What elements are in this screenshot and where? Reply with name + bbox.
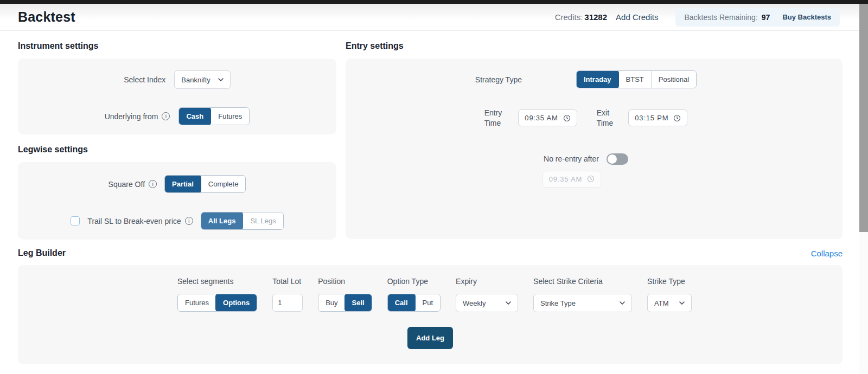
- expiry-label: Expiry: [456, 277, 518, 286]
- strategy-type-toggle: Intraday BTST Positional: [576, 70, 697, 88]
- collapse-link[interactable]: Collapse: [811, 249, 843, 258]
- clock-icon: [587, 175, 595, 183]
- backtests-remaining-label: Backtests Remaining:: [684, 13, 757, 22]
- option-type-group: Option Type Call Put: [387, 277, 441, 312]
- strategy-type-row: Strategy Type Intraday BTST Positional: [346, 70, 826, 88]
- legwise-settings-heading: Legwise settings: [18, 145, 336, 154]
- buy-backtests-link[interactable]: Buy Backtests: [782, 13, 831, 21]
- square-off-row: Square Off i Partial Complete: [18, 175, 336, 193]
- index-select-value: Banknifty: [181, 76, 210, 84]
- strategy-option-intraday[interactable]: Intraday: [576, 70, 619, 88]
- instrument-settings-heading: Instrument settings: [18, 41, 336, 51]
- entry-time-label: Entry Time: [484, 108, 502, 128]
- vertical-scrollbar[interactable]: [859, 4, 868, 374]
- expiry-select-value: Weekly: [463, 299, 486, 307]
- chevron-down-icon: [620, 301, 625, 305]
- leg-builder-panel: Select segments Futures Options Total Lo…: [18, 265, 843, 364]
- position-group: Position Buy Sell: [318, 277, 372, 312]
- clock-icon: [673, 114, 681, 122]
- select-segments-label: Select segments: [177, 277, 257, 286]
- exit-time-label: Exit Time: [597, 108, 614, 128]
- option-type-toggle: Call Put: [387, 294, 441, 312]
- switch-knob: [608, 154, 617, 164]
- top-window-bar: [0, 0, 868, 4]
- strike-type-select-value: ATM: [654, 299, 668, 307]
- strategy-option-positional[interactable]: Positional: [651, 71, 696, 88]
- segments-option-futures[interactable]: Futures: [178, 294, 216, 311]
- square-off-toggle: Partial Complete: [164, 175, 246, 193]
- strike-criteria-group: Select Strike Criteria Strike Type: [533, 277, 632, 312]
- chevron-down-icon: [679, 301, 685, 305]
- strike-criteria-select-value: Strike Type: [540, 299, 576, 307]
- no-reentry-label: No re-entry after: [544, 154, 599, 163]
- trail-sl-checkbox[interactable]: [71, 216, 80, 225]
- entry-exit-time-row: Entry Time 09:35 AM Exit Time: [346, 108, 826, 128]
- index-select[interactable]: Banknifty: [174, 70, 230, 89]
- underlying-option-cash[interactable]: Cash: [178, 107, 211, 125]
- no-reentry-switch[interactable]: [607, 153, 628, 165]
- strategy-type-label: Strategy Type: [475, 75, 522, 84]
- scrollbar-thumb[interactable]: [859, 4, 868, 232]
- info-icon[interactable]: i: [149, 180, 157, 188]
- info-icon[interactable]: i: [162, 112, 170, 120]
- credits-value: 31282: [584, 12, 607, 22]
- strike-criteria-select[interactable]: Strike Type: [533, 294, 632, 312]
- position-option-sell[interactable]: Sell: [344, 294, 372, 312]
- total-lot-group: Total Lot: [272, 277, 303, 312]
- option-type-call[interactable]: Call: [387, 294, 416, 312]
- clock-icon: [563, 114, 571, 122]
- leg-builder-heading: Leg Builder: [18, 248, 66, 258]
- trail-sl-row: Trail SL to Break-even price i All Legs …: [18, 212, 336, 230]
- entry-settings-heading: Entry settings: [346, 41, 843, 51]
- reentry-time-value: 09:35 AM: [549, 175, 582, 183]
- add-credits-link[interactable]: Add Credits: [616, 12, 658, 22]
- add-leg-row: Add Leg: [18, 327, 843, 349]
- backtests-remaining-box: Backtests Remaining: 97 Buy Backtests: [675, 8, 840, 27]
- segments-option-options[interactable]: Options: [215, 294, 257, 312]
- position-option-buy[interactable]: Buy: [318, 294, 344, 311]
- square-off-option-partial[interactable]: Partial: [164, 175, 201, 193]
- strike-type-label: Strike Type: [647, 277, 692, 286]
- reentry-time-input: 09:35 AM: [542, 171, 601, 188]
- legwise-settings-panel: Square Off i Partial Complete Trail SL t…: [18, 162, 336, 240]
- underlying-from-toggle: Cash Futures: [178, 107, 250, 125]
- header-right-cluster: Credits: 31282 Add Credits Backtests Rem…: [555, 8, 840, 27]
- select-index-row: Select Index Banknifty: [18, 70, 336, 89]
- right-column: Entry settings Strategy Type Intraday BT…: [346, 38, 843, 240]
- entry-time-value: 09:35 AM: [525, 114, 558, 122]
- info-icon[interactable]: i: [185, 217, 193, 225]
- square-off-label: Square Off: [108, 180, 145, 189]
- trail-sl-legs-toggle: All Legs SL Legs: [201, 212, 284, 230]
- strike-criteria-label: Select Strike Criteria: [533, 277, 632, 286]
- expiry-select[interactable]: Weekly: [456, 294, 518, 312]
- exit-time-value: 03:15 PM: [635, 114, 668, 122]
- entry-settings-panel: Strategy Type Intraday BTST Positional E…: [346, 59, 843, 239]
- left-column: Instrument settings Select Index Banknif…: [18, 38, 336, 240]
- page-title: Backtest: [18, 9, 555, 25]
- option-type-put[interactable]: Put: [415, 294, 441, 311]
- square-off-option-complete[interactable]: Complete: [201, 176, 246, 192]
- total-lot-input[interactable]: [272, 294, 303, 312]
- no-reentry-row: No re-entry after: [346, 153, 826, 165]
- underlying-from-label: Underlying from: [105, 112, 158, 121]
- expiry-group: Expiry Weekly: [456, 277, 518, 312]
- leg-builder-header: Leg Builder Collapse: [18, 248, 843, 258]
- main-content: Instrument settings Select Index Banknif…: [18, 38, 843, 364]
- strike-type-select[interactable]: ATM: [647, 294, 692, 312]
- credits-label: Credits:: [555, 12, 583, 22]
- add-leg-button[interactable]: Add Leg: [407, 327, 453, 349]
- instrument-settings-panel: Select Index Banknifty Underlying from i…: [18, 59, 336, 134]
- trail-option-sl-legs[interactable]: SL Legs: [242, 212, 283, 229]
- option-type-label: Option Type: [387, 277, 441, 286]
- underlying-option-futures[interactable]: Futures: [210, 108, 249, 125]
- strategy-option-btst[interactable]: BTST: [618, 71, 651, 88]
- trail-option-all-legs[interactable]: All Legs: [201, 212, 244, 230]
- entry-time-input[interactable]: 09:35 AM: [518, 109, 577, 126]
- chevron-down-icon: [506, 301, 511, 305]
- leg-builder-controls-row: Select segments Futures Options Total Lo…: [177, 277, 843, 312]
- select-index-label: Select Index: [124, 75, 165, 84]
- exit-time-input[interactable]: 03:15 PM: [628, 109, 687, 126]
- page-header: Backtest Credits: 31282 Add Credits Back…: [0, 4, 859, 31]
- position-toggle: Buy Sell: [318, 294, 372, 312]
- segments-toggle: Futures Options: [177, 294, 257, 312]
